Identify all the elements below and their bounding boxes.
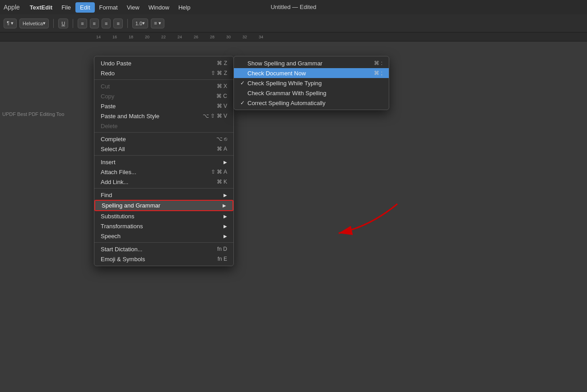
font-picker[interactable]: Helvetica ▾ xyxy=(19,18,49,28)
menubar-window[interactable]: Window xyxy=(144,2,174,13)
check-document-shortcut: ⌘ ; xyxy=(374,70,382,76)
menu-insert-label: Insert xyxy=(101,159,220,166)
menu-redo-label: Redo xyxy=(101,70,202,77)
menu-find[interactable]: Find ▶ xyxy=(94,190,233,200)
menubar-view[interactable]: View xyxy=(122,2,144,13)
sidebar-text: UPDF Best PDF Editing Too xyxy=(2,111,64,117)
app-name[interactable]: TextEdit xyxy=(25,2,57,13)
menubar: Apple TextEdit File Edit Format View Win… xyxy=(0,0,587,14)
ruler-tick: 22 xyxy=(155,35,172,39)
underline-button[interactable]: U xyxy=(58,18,68,28)
align-center-button[interactable]: ≡ xyxy=(90,18,99,28)
show-spelling-label: Show Spelling and Grammar xyxy=(247,60,374,67)
menu-cut[interactable]: Cut ⌘ X xyxy=(94,81,233,91)
menu-paste-label: Paste xyxy=(101,103,208,110)
menubar-file[interactable]: File xyxy=(57,2,75,13)
underline-icon: U xyxy=(61,21,65,26)
menubar-help[interactable]: Help xyxy=(174,2,195,13)
ruler-tick: 18 xyxy=(123,35,139,39)
menu-attach-shortcut: ⇧ ⌘ A xyxy=(211,169,227,175)
toolbar-sep-3 xyxy=(127,19,128,28)
menu-copy-label: Copy xyxy=(101,93,207,100)
correct-spelling-check: ✓ xyxy=(240,100,247,106)
menu-complete[interactable]: Complete ⌥ ⎋ xyxy=(94,134,233,144)
align-left-button[interactable]: ≡ xyxy=(78,18,87,28)
menu-spelling-grammar[interactable]: Spelling and Grammar ▶ xyxy=(94,200,233,211)
check-spelling-typing-label: Check Spelling While Typing xyxy=(247,80,382,87)
document-title: Untitled — Edited xyxy=(270,0,316,14)
menu-delete-label: Delete xyxy=(101,123,227,129)
menu-speech[interactable]: Speech ▶ xyxy=(94,231,233,241)
menu-sep-2 xyxy=(94,132,233,133)
menu-complete-shortcut: ⌥ ⎋ xyxy=(216,136,227,142)
line-spacing-arrow: ▾ xyxy=(142,20,145,26)
menu-paste-match-label: Paste and Match Style xyxy=(101,113,194,120)
menu-paste-match[interactable]: Paste and Match Style ⌥ ⇧ ⌘ V xyxy=(94,111,233,121)
menu-emoji-shortcut: fn E xyxy=(218,256,227,262)
menu-transformations-arrow: ▶ xyxy=(224,224,227,229)
menu-undo-label: Undo Paste xyxy=(101,60,208,67)
annotation-arrow xyxy=(316,199,406,254)
check-grammar-label: Check Grammar With Spelling xyxy=(247,90,382,97)
menu-substitutions[interactable]: Substitutions ▶ xyxy=(94,211,233,221)
submenu-check-grammar[interactable]: Check Grammar With Spelling xyxy=(234,88,389,98)
ruler-tick: 26 xyxy=(188,35,204,39)
submenu-check-document[interactable]: Check Document Now ⌘ ; xyxy=(234,68,389,78)
menu-select-all[interactable]: Select All ⌘ A xyxy=(94,144,233,154)
menu-find-label: Find xyxy=(101,192,220,198)
menu-insert-arrow: ▶ xyxy=(224,160,227,165)
menubar-edit[interactable]: Edit xyxy=(75,2,94,13)
toolbar-sep-2 xyxy=(73,19,73,28)
menu-add-link[interactable]: Add Link... ⌘ K xyxy=(94,177,233,187)
menu-delete[interactable]: Delete xyxy=(94,121,233,131)
show-spelling-shortcut: ⌘ : xyxy=(374,60,382,66)
paragraph-icon: ¶ ▾ xyxy=(7,20,14,26)
apple-menu[interactable]: Apple xyxy=(4,4,20,11)
menu-attach-label: Attach Files... xyxy=(101,169,202,175)
menu-start-dictation-shortcut: fn D xyxy=(217,246,227,252)
spelling-grammar-submenu: Show Spelling and Grammar ⌘ : Check Docu… xyxy=(233,56,389,110)
edit-menu: Undo Paste ⌘ Z Redo ⇧ ⌘ Z Cut ⌘ X Copy ⌘… xyxy=(94,56,234,266)
ruler-tick: 32 xyxy=(237,35,253,39)
menu-paste-shortcut: ⌘ V xyxy=(217,103,227,109)
menubar-format[interactable]: Format xyxy=(95,2,122,13)
menu-redo[interactable]: Redo ⇧ ⌘ Z xyxy=(94,68,233,78)
menu-paste-match-shortcut: ⌥ ⇧ ⌘ V xyxy=(203,113,227,119)
toolbar-sep-1 xyxy=(53,19,54,28)
menu-start-dictation[interactable]: Start Dictation... fn D xyxy=(94,244,233,254)
menu-transformations[interactable]: Transformations ▶ xyxy=(94,221,233,231)
ruler-tick: 20 xyxy=(139,35,155,39)
font-arrow-icon: ▾ xyxy=(43,20,46,26)
align-right-button[interactable]: ≡ xyxy=(102,18,111,28)
content-area: UPDF Best PDF Editing Too Undo Paste ⌘ Z… xyxy=(0,42,587,392)
list-control[interactable]: ≡ ▾ xyxy=(151,18,164,28)
menu-sep-5 xyxy=(94,242,233,243)
submenu-correct-spelling[interactable]: ✓ Correct Spelling Automatically xyxy=(234,98,389,108)
menu-sep-3 xyxy=(94,155,233,156)
menu-transformations-label: Transformations xyxy=(101,223,220,230)
menu-add-link-shortcut: ⌘ K xyxy=(217,179,227,185)
menu-insert[interactable]: Insert ▶ xyxy=(94,157,233,167)
ruler-tick: 14 xyxy=(90,35,107,39)
ruler: 14 16 18 20 22 24 26 28 30 32 34 xyxy=(0,32,587,42)
menu-spelling-grammar-arrow: ▶ xyxy=(223,203,226,208)
menu-cut-shortcut: ⌘ X xyxy=(217,83,227,89)
menu-copy[interactable]: Copy ⌘ C xyxy=(94,91,233,101)
correct-spelling-label: Correct Spelling Automatically xyxy=(247,100,382,106)
submenu-show-spelling[interactable]: Show Spelling and Grammar ⌘ : xyxy=(234,58,389,68)
paragraph-style-control[interactable]: ¶ ▾ xyxy=(4,18,17,28)
ruler-tick: 28 xyxy=(204,35,220,39)
menu-undo[interactable]: Undo Paste ⌘ Z xyxy=(94,58,233,68)
ruler-tick: 16 xyxy=(107,35,123,39)
menu-speech-label: Speech xyxy=(101,233,220,240)
menu-emoji-symbols[interactable]: Emoji & Symbols fn E xyxy=(94,254,233,264)
menu-select-all-label: Select All xyxy=(101,146,208,152)
menu-start-dictation-label: Start Dictation... xyxy=(101,246,208,253)
menu-complete-label: Complete xyxy=(101,136,207,143)
menu-substitutions-arrow: ▶ xyxy=(224,214,227,219)
line-spacing-control[interactable]: 1.0 ▾ xyxy=(132,18,148,28)
menu-paste[interactable]: Paste ⌘ V xyxy=(94,101,233,111)
submenu-check-spelling-typing[interactable]: ✓ Check Spelling While Typing xyxy=(234,78,389,88)
menu-attach-files[interactable]: Attach Files... ⇧ ⌘ A xyxy=(94,167,233,177)
justify-button[interactable]: ≡ xyxy=(113,18,122,28)
